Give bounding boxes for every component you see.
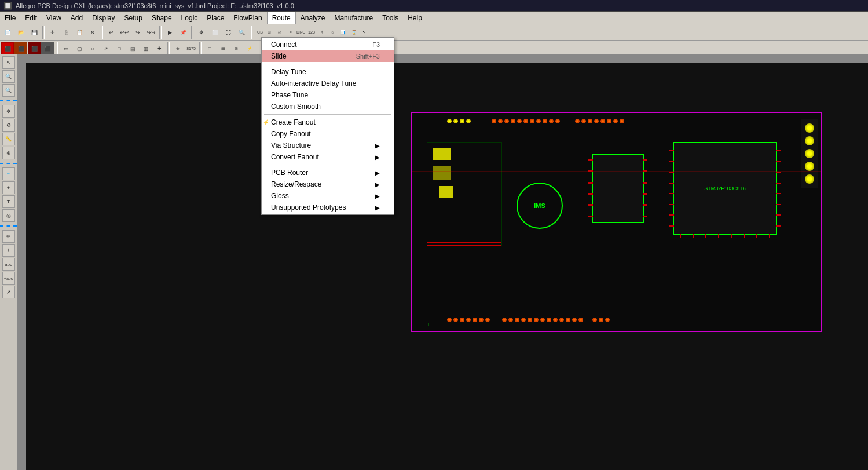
tb2-rect2[interactable]: ▢ [73,42,86,55]
tb2-r4[interactable]: ⬛ [41,42,54,55]
menu-analyze[interactable]: Analyze [296,12,330,24]
tb2-r2[interactable]: ⬛ [14,42,27,55]
sidebar-measure[interactable]: 📏 [2,133,15,145]
tb2-sep1 [56,42,58,55]
sidebar-tool8[interactable]: ◎ [2,209,15,222]
create-fanout-icon: ⚡ [263,119,269,125]
tb-redo[interactable]: ↪ [131,26,144,39]
sidebar-route[interactable]: ~ [2,167,15,180]
menu-tools[interactable]: Tools [378,12,403,24]
tb2-rect5[interactable]: ▥ [140,42,152,55]
menu-shape[interactable]: Shape [147,12,177,24]
via-top-6 [498,119,503,123]
menu-edit[interactable]: Edit [20,12,42,24]
tb2-rect4[interactable]: ▤ [126,42,139,55]
menu-add[interactable]: Add [66,12,87,24]
tb2-grid2[interactable]: ⊞ [230,42,243,55]
sidebar-zoom-in[interactable]: 🔍 [2,70,15,83]
via-top-4 [466,119,471,123]
menu-convert-fanout[interactable]: Convert Fanout ▶ [262,151,394,163]
via-bot-11 [521,318,526,322]
sidebar-add[interactable]: + [2,181,15,194]
tb2-circle[interactable]: ○ [86,42,99,55]
sidebar-cursor[interactable]: ↗ [2,286,15,298]
tb-resize[interactable]: ⬜ [208,26,221,39]
tb-delete[interactable]: ✕ [86,26,99,39]
sidebar-abc[interactable]: abc [2,258,15,271]
tb-zoom[interactable]: 🔍 [235,26,248,39]
tb2-cross[interactable]: ✚ [153,42,166,55]
menu-file[interactable]: File [0,12,20,24]
menu-view[interactable]: View [42,12,66,24]
tb-move[interactable]: ✥ [195,26,208,39]
tb-copy[interactable]: ⎘ [60,26,72,39]
tb2-r1[interactable]: ⬛ [1,42,14,55]
tb2-drc2[interactable]: ⚡ [243,42,256,55]
menu-connect[interactable]: Connect F3 [262,39,394,50]
tb2-arrow[interactable]: ↗ [100,42,112,55]
via-bot-20 [578,318,583,322]
via-top-1 [447,119,452,123]
menu-unsupported-prototypes[interactable]: Unsupported Prototypes ▶ [262,202,394,213]
via-top-9 [517,119,522,123]
menu-copy-fanout[interactable]: Copy Fanout [262,128,394,140]
via-bot-3 [460,318,464,322]
via-top-r8 [620,119,624,123]
menu-logic[interactable]: Logic [177,12,203,24]
menu-custom-smooth[interactable]: Custom Smooth [262,101,394,112]
tb-pin[interactable]: 📌 [177,26,189,39]
menu-via-structure[interactable]: Via Structure ▶ [262,140,394,151]
menu-delay-tune[interactable]: Delay Tune [262,66,394,78]
menu-bar: File Edit View Add Display Setup Shape L… [0,12,868,24]
via-bot-4 [466,318,471,322]
menu-sep2 [264,114,391,115]
via-bot-17 [559,318,564,322]
sidebar-tool4[interactable]: ⊕ [2,147,15,159]
menu-manufacture[interactable]: Manufacture [329,12,378,24]
tb2-rect3[interactable]: □ [113,42,126,55]
app-icon: 🔲 [3,2,12,10]
tb-paste[interactable]: 📋 [73,26,86,39]
tb2-comp[interactable]: ▦ [217,42,229,55]
tb-cross[interactable]: ✛ [46,26,59,39]
tb-open[interactable]: 📂 [14,26,27,39]
sidebar-pen[interactable]: ✏ [2,230,15,243]
menu-route[interactable]: Route [267,12,296,24]
via-bot-r1 [592,318,597,322]
tb-run[interactable]: ▶ [163,26,176,39]
menu-create-fanout[interactable]: ⚡ Create Fanout [262,116,394,128]
menu-pcb-router[interactable]: PCB Router ▶ [262,167,394,178]
tb-undo2[interactable]: ↩↩ [118,26,131,39]
tb-save[interactable]: 💾 [28,26,41,39]
menu-resize-respace[interactable]: Resize/Respace ▶ [262,178,394,190]
sidebar-zoom-out[interactable]: 🔍 [2,84,15,97]
tb-redo2[interactable]: ↪↪ [145,26,158,39]
via-top-3 [460,119,464,123]
sidebar-pan[interactable]: ✥ [2,105,15,118]
sidebar-text[interactable]: T [2,195,15,208]
sidebar-tool2[interactable]: ⚙ [2,119,15,132]
menu-help[interactable]: Help [403,12,427,24]
menu-auto-delay-tune[interactable]: Auto-interactive Delay Tune [262,78,394,89]
via-top-14 [549,119,554,123]
menu-phase-tune[interactable]: Phase Tune [262,89,394,101]
menu-gloss[interactable]: Gloss ▶ [262,190,394,202]
sidebar-line[interactable]: / [2,244,15,257]
tb-undo[interactable]: ↩ [105,26,118,39]
menu-setup[interactable]: Setup [120,12,147,24]
menu-place[interactable]: Place [202,12,229,24]
ruler-left [17,54,26,470]
tb2-via1[interactable]: ⊕ [171,42,184,55]
sidebar-select[interactable]: ↖ [2,56,15,69]
tb2-rect1[interactable]: ▭ [60,42,72,55]
menu-slide[interactable]: Slide Shift+F3 [262,50,394,62]
tb2-r3[interactable]: ⬛ [28,42,41,55]
tb2-via2[interactable]: 8175 [185,42,197,55]
tb-new[interactable]: 📄 [1,26,14,39]
sidebar-plus-abc[interactable]: +abc [2,272,15,285]
menu-display[interactable]: Display [87,12,119,24]
tb2-schematic[interactable]: ◫ [203,42,216,55]
stm32-label: STM32F103C8T6 [704,185,746,191]
menu-flowplan[interactable]: FlowPlan [229,12,266,24]
tb-fit[interactable]: ⛶ [222,26,235,39]
